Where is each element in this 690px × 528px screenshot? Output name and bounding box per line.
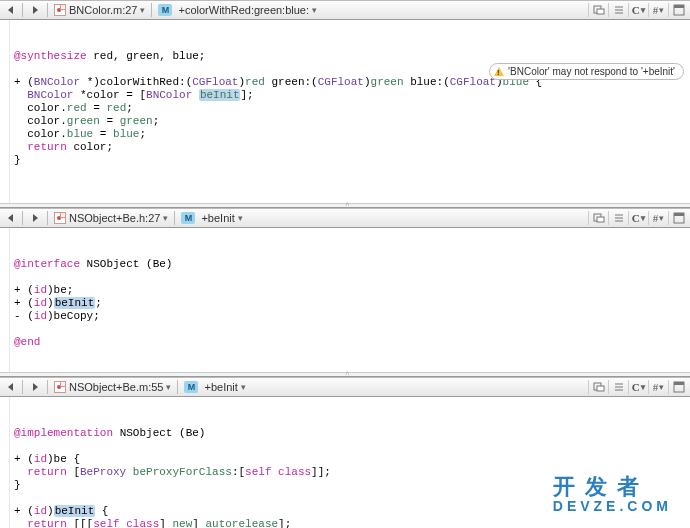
jump-bar: NSObject+Be.h:27 ▾ M +beInit ▾ C▾ #▾: [0, 208, 690, 228]
method-badge-icon: M: [181, 212, 195, 224]
gutter[interactable]: [0, 20, 10, 203]
method-badge-icon: M: [158, 4, 172, 16]
related-items-button[interactable]: [588, 380, 608, 394]
code-editor[interactable]: @interface NSObject (Be) + (id)be; + (id…: [0, 228, 690, 372]
forward-button[interactable]: [28, 211, 42, 225]
method-badge-icon: M: [184, 381, 198, 393]
code-editor[interactable]: @synthesize red, green, blue; + (BNColor…: [0, 20, 690, 203]
method-label: +beInit: [201, 212, 234, 224]
gutter[interactable]: [0, 228, 10, 372]
split-button[interactable]: [668, 380, 688, 394]
back-button[interactable]: [3, 211, 17, 225]
file-crumb[interactable]: NSObject+Be.m:55 ▾: [52, 381, 173, 393]
svg-rect-9: [597, 386, 604, 391]
issues-button[interactable]: #▾: [648, 3, 668, 17]
forward-button[interactable]: [28, 380, 42, 394]
jump-bar: NSObject+Be.m:55 ▾ M +beInit ▾ C▾ #▾: [0, 377, 690, 397]
forward-button[interactable]: [28, 3, 42, 17]
previous-issue-button[interactable]: [608, 3, 628, 17]
warning-text: 'BNColor' may not respond to '+beInit': [508, 65, 675, 78]
file-crumb[interactable]: NSObject+Be.h:27 ▾: [52, 212, 170, 224]
objc-h-file-icon: [54, 212, 66, 224]
editor-pane-2: NSObject+Be.h:27 ▾ M +beInit ▾ C▾ #▾ @in…: [0, 208, 690, 377]
file-label: BNColor.m:27: [69, 4, 137, 16]
code-editor[interactable]: @implementation NSObject (Be) + (id)be {…: [0, 397, 690, 528]
pane-resize-handle[interactable]: [0, 203, 690, 207]
warning-icon: [494, 67, 504, 76]
issues-button[interactable]: #▾: [648, 211, 668, 225]
svg-rect-5: [597, 217, 604, 222]
jump-bar: BNColor.m:27 ▾ M +colorWithRed:green:blu…: [0, 0, 690, 20]
split-button[interactable]: [668, 211, 688, 225]
previous-issue-button[interactable]: [608, 380, 628, 394]
method-crumb[interactable]: M +beInit ▾: [179, 212, 244, 224]
counterparts-button[interactable]: C▾: [628, 380, 648, 394]
split-button[interactable]: [668, 3, 688, 17]
selected-symbol[interactable]: beInit: [54, 297, 96, 309]
related-items-button[interactable]: [588, 211, 608, 225]
counterparts-button[interactable]: C▾: [628, 211, 648, 225]
file-label: NSObject+Be.h:27: [69, 212, 160, 224]
pane-resize-handle[interactable]: [0, 372, 690, 376]
counterparts-button[interactable]: C▾: [628, 3, 648, 17]
objc-m-file-icon: [54, 381, 66, 393]
back-button[interactable]: [3, 380, 17, 394]
selected-symbol[interactable]: beInit: [54, 505, 96, 517]
editor-pane-3: NSObject+Be.m:55 ▾ M +beInit ▾ C▾ #▾ @im…: [0, 377, 690, 528]
warning-bubble[interactable]: 'BNColor' may not respond to '+beInit': [489, 63, 684, 80]
svg-rect-1: [597, 9, 604, 14]
issues-button[interactable]: #▾: [648, 380, 668, 394]
method-label: +beInit: [204, 381, 237, 393]
svg-rect-3: [674, 5, 684, 8]
objc-m-file-icon: [54, 4, 66, 16]
svg-rect-11: [674, 382, 684, 385]
file-label: NSObject+Be.m:55: [69, 381, 163, 393]
file-crumb[interactable]: BNColor.m:27 ▾: [52, 4, 147, 16]
svg-rect-7: [674, 213, 684, 216]
back-button[interactable]: [3, 3, 17, 17]
method-crumb[interactable]: M +colorWithRed:green:blue: ▾: [156, 4, 319, 16]
method-label: +colorWithRed:green:blue:: [178, 4, 309, 16]
editor-pane-1: BNColor.m:27 ▾ M +colorWithRed:green:blu…: [0, 0, 690, 208]
method-crumb[interactable]: M +beInit ▾: [182, 381, 247, 393]
related-items-button[interactable]: [588, 3, 608, 17]
gutter[interactable]: [0, 397, 10, 528]
previous-issue-button[interactable]: [608, 211, 628, 225]
selected-symbol[interactable]: beInit: [199, 89, 241, 101]
